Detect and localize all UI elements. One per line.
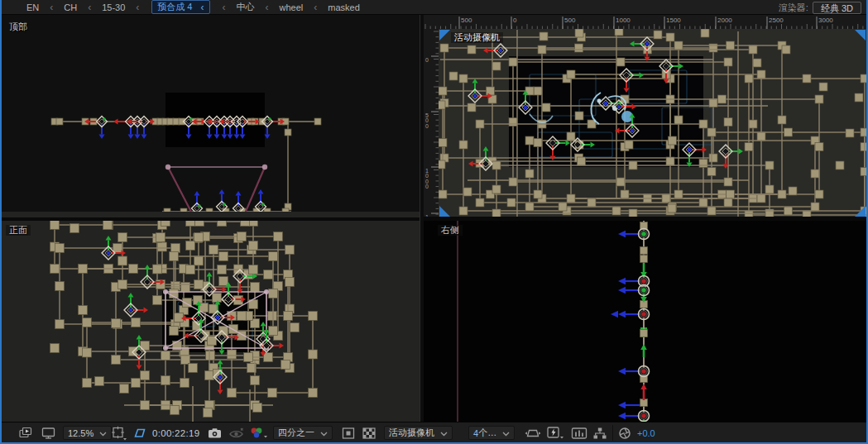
breadcrumb-item[interactable]: 中心 bbox=[237, 1, 255, 13]
resolution-value: 四分之一 bbox=[278, 427, 314, 439]
horizontal-ruler[interactable]: 500050010001500200025003000 bbox=[424, 15, 866, 29]
svg-text:500: 500 bbox=[461, 17, 472, 24]
reset-exposure-icon[interactable] bbox=[617, 423, 632, 443]
timeline-icon[interactable] bbox=[571, 423, 587, 443]
mask-visibility-toggle-icon[interactable] bbox=[132, 423, 148, 443]
vertical-ruler[interactable]: 050010001 bbox=[424, 29, 439, 217]
breadcrumb-item[interactable]: CH bbox=[64, 2, 77, 12]
breadcrumb-chevron-icon: ‹ bbox=[136, 2, 139, 13]
chevron-down-icon bbox=[99, 428, 107, 438]
renderer-area: 渲染器: 经典 3D bbox=[779, 0, 861, 15]
svg-text:2500: 2500 bbox=[769, 17, 784, 24]
resolution-dropdown[interactable]: 四分之一 bbox=[273, 423, 333, 443]
comp-mini-flowchart-bar: EN‹CH‹15-30‹预合成 4‹‹中心‹wheel‹masked 渲染器: … bbox=[0, 0, 868, 15]
renderer-label: 渲染器: bbox=[779, 2, 808, 14]
breadcrumb-chevron-icon: ‹ bbox=[50, 2, 53, 13]
viewport-divider-horizontal-left bbox=[0, 212, 420, 221]
svg-text:3000: 3000 bbox=[818, 17, 833, 24]
always-preview-icon[interactable] bbox=[18, 423, 33, 443]
svg-text:0: 0 bbox=[425, 57, 429, 63]
fast-previews-icon[interactable] bbox=[546, 423, 566, 443]
chevron-down-icon bbox=[440, 428, 448, 438]
breadcrumb-item[interactable]: 15-30 bbox=[102, 2, 125, 12]
breadcrumb-item[interactable]: masked bbox=[328, 2, 360, 12]
view-layout-dropdown[interactable]: 4 个… bbox=[468, 423, 515, 443]
breadcrumb-item[interactable]: EN bbox=[26, 2, 39, 12]
view-3d-dropdown[interactable]: 活动摄像机 bbox=[384, 423, 453, 443]
active-view-corner-icon bbox=[439, 30, 450, 41]
magnification-dropdown[interactable]: 12.5% bbox=[63, 423, 112, 443]
active-view-corner-icon bbox=[855, 30, 866, 41]
svg-text:2000: 2000 bbox=[717, 17, 732, 24]
view-layout-label: 个… bbox=[478, 427, 496, 439]
pixel-aspect-correction-icon[interactable] bbox=[525, 423, 541, 443]
breadcrumb-chevron-icon: ‹ bbox=[266, 2, 269, 13]
viewport-right[interactable]: 右侧 bbox=[424, 221, 868, 422]
breadcrumb-item[interactable]: 预合成 4‹ bbox=[151, 0, 209, 14]
breadcrumb: EN‹CH‹15-30‹预合成 4‹‹中心‹wheel‹masked bbox=[23, 0, 363, 14]
active-view-corner-icon bbox=[439, 206, 450, 217]
chevron-down-icon bbox=[320, 428, 328, 438]
svg-text:1000: 1000 bbox=[425, 168, 429, 189]
show-snapshot-icon[interactable] bbox=[228, 423, 245, 443]
viewport-divider-horizontal-right bbox=[424, 217, 868, 221]
magnification-value: 12.5% bbox=[68, 428, 94, 438]
after-effects-composition-panel: EN‹CH‹15-30‹预合成 4‹‹中心‹wheel‹masked 渲染器: … bbox=[0, 0, 868, 444]
chevron-down-icon bbox=[502, 428, 510, 438]
viewport-active-camera[interactable]: 活动摄像机 bbox=[439, 29, 866, 217]
svg-text:1500: 1500 bbox=[666, 17, 681, 24]
viewport-front[interactable]: 正面 bbox=[0, 221, 420, 422]
viewport-canvas-front[interactable] bbox=[0, 221, 420, 422]
active-view-corner-icon bbox=[855, 206, 866, 217]
exposure-value[interactable]: +0.0 bbox=[637, 423, 655, 443]
channels-settings-icon[interactable] bbox=[248, 423, 270, 443]
current-time-display[interactable]: 0:00:22:19 bbox=[152, 423, 199, 443]
view-3d-value: 活动摄像机 bbox=[389, 427, 434, 439]
viewport-top[interactable]: 顶部 bbox=[0, 15, 420, 212]
svg-text:1000: 1000 bbox=[616, 17, 631, 24]
flowchart-icon[interactable] bbox=[592, 423, 607, 443]
viewport-canvas-camera[interactable] bbox=[439, 29, 866, 217]
svg-text:500: 500 bbox=[564, 17, 576, 24]
main-viewer-icon[interactable] bbox=[41, 423, 55, 443]
renderer-button[interactable]: 经典 3D bbox=[813, 2, 861, 14]
breadcrumb-item[interactable]: wheel bbox=[280, 2, 304, 12]
panel-focus-border bbox=[0, 0, 2, 444]
snapshot-icon[interactable] bbox=[207, 423, 223, 443]
timecode: 0:00:22:19 bbox=[152, 428, 199, 438]
breadcrumb-chevron-icon: ‹ bbox=[314, 2, 317, 13]
breadcrumb-chevron-icon: ‹ bbox=[223, 2, 226, 13]
viewport-canvas-right[interactable] bbox=[424, 221, 868, 422]
svg-text:500: 500 bbox=[425, 112, 429, 129]
region-of-interest-icon[interactable] bbox=[341, 423, 356, 443]
breadcrumb-chevron-icon: ‹ bbox=[88, 2, 91, 13]
breadcrumb-chevron-icon: ‹ bbox=[201, 2, 204, 13]
exposure-text: +0.0 bbox=[637, 428, 655, 438]
transparency-grid-icon[interactable] bbox=[362, 423, 376, 443]
comp-panel-toolbar: 12.5% 0:00:22:19 四分之一 bbox=[0, 422, 868, 442]
toolbar-separator bbox=[612, 425, 613, 441]
viewport-canvas-top[interactable] bbox=[0, 15, 420, 212]
grid-guides-options-icon[interactable] bbox=[111, 423, 127, 443]
svg-text:0: 0 bbox=[513, 17, 517, 24]
